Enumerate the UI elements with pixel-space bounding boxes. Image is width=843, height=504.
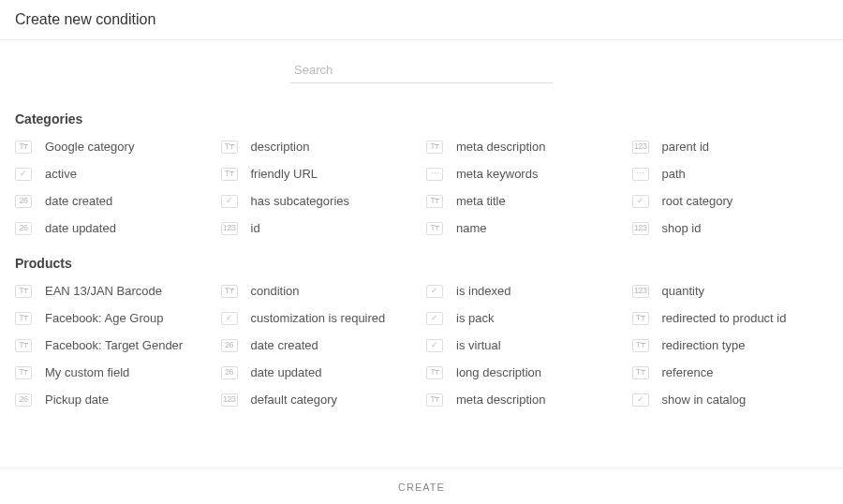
field-item[interactable]: ⋯path bbox=[632, 167, 829, 181]
create-button[interactable]: CREATE bbox=[398, 482, 445, 493]
field-column: Tᴛcondition✓customization is required26d… bbox=[221, 284, 418, 407]
bool-type-icon: ✓ bbox=[632, 393, 649, 407]
field-item[interactable]: ✓has subcategories bbox=[221, 194, 418, 208]
field-label: default category bbox=[251, 393, 338, 407]
text-type-icon: Tᴛ bbox=[632, 339, 649, 352]
field-item[interactable]: Tᴛfriendly URL bbox=[221, 167, 418, 181]
field-item[interactable]: 123parent id bbox=[632, 140, 829, 154]
field-item[interactable]: 26date updated bbox=[15, 221, 212, 235]
text-type-icon: Tᴛ bbox=[15, 285, 32, 298]
field-column: TᴛdescriptionTᴛfriendly URL✓has subcateg… bbox=[221, 140, 418, 235]
field-item[interactable]: ✓active bbox=[15, 167, 212, 181]
field-label: show in catalog bbox=[662, 393, 747, 407]
field-item[interactable]: ✓is pack bbox=[426, 311, 623, 325]
field-item[interactable]: Tᴛmeta description bbox=[426, 140, 623, 154]
field-item[interactable]: 26Pickup date bbox=[15, 393, 212, 407]
field-item[interactable]: 123shop id bbox=[632, 221, 829, 235]
field-label: Facebook: Age Group bbox=[45, 311, 163, 325]
field-label: meta description bbox=[456, 140, 545, 154]
field-label: reference bbox=[662, 365, 714, 379]
text-type-icon: Tᴛ bbox=[221, 141, 238, 154]
field-item[interactable]: ✓show in catalog bbox=[632, 393, 829, 407]
field-item[interactable]: Tᴛdescription bbox=[221, 140, 418, 154]
field-label: parent id bbox=[662, 140, 710, 154]
field-column: 123quantityTᴛredirected to product idTᴛr… bbox=[632, 284, 829, 407]
field-item[interactable]: Tᴛname bbox=[426, 221, 623, 235]
field-label: is virtual bbox=[456, 338, 501, 352]
text-type-icon: Tᴛ bbox=[426, 222, 443, 235]
number-type-icon: 123 bbox=[221, 393, 238, 407]
field-label: date updated bbox=[45, 221, 116, 235]
section-title: Products bbox=[15, 256, 828, 271]
field-label: friendly URL bbox=[251, 167, 318, 181]
field-label: quantity bbox=[662, 284, 705, 298]
field-item[interactable]: 123id bbox=[221, 221, 418, 235]
field-item[interactable]: Tᴛredirected to product id bbox=[632, 311, 829, 325]
bool-type-icon: ✓ bbox=[632, 195, 649, 208]
field-label: active bbox=[45, 167, 77, 181]
field-label: is pack bbox=[456, 311, 494, 325]
text-type-icon: Tᴛ bbox=[632, 366, 649, 379]
field-item[interactable]: Tᴛlong description bbox=[426, 365, 623, 379]
field-item[interactable]: TᴛGoogle category bbox=[15, 140, 212, 154]
field-label: date created bbox=[251, 338, 318, 352]
field-item[interactable]: 123default category bbox=[221, 393, 418, 407]
field-item[interactable]: 26date created bbox=[221, 338, 418, 352]
field-column: TᴛGoogle category✓active26date created26… bbox=[15, 140, 212, 235]
field-item[interactable]: Tᴛmeta description bbox=[426, 393, 623, 407]
field-item[interactable]: 123quantity bbox=[632, 284, 829, 298]
field-item[interactable]: TᴛEAN 13/JAN Barcode bbox=[15, 284, 212, 298]
field-item[interactable]: ✓root category bbox=[632, 194, 829, 208]
field-label: description bbox=[251, 140, 310, 154]
field-item[interactable]: Tᴛreference bbox=[632, 365, 829, 379]
field-label: date created bbox=[45, 194, 112, 208]
number-type-icon: 123 bbox=[632, 222, 649, 235]
text-type-icon: Tᴛ bbox=[426, 393, 443, 407]
date-type-icon: 26 bbox=[15, 222, 32, 235]
field-label: EAN 13/JAN Barcode bbox=[45, 284, 162, 298]
field-item[interactable]: ✓customization is required bbox=[221, 311, 418, 325]
field-label: meta description bbox=[456, 393, 545, 407]
field-item[interactable]: ✓is indexed bbox=[426, 284, 623, 298]
field-label: Facebook: Target Gender bbox=[45, 338, 183, 352]
text-type-icon: Tᴛ bbox=[15, 141, 32, 154]
field-item[interactable]: Tᴛredirection type bbox=[632, 338, 829, 352]
field-label: has subcategories bbox=[251, 194, 350, 208]
field-label: shop id bbox=[662, 221, 702, 235]
field-label: meta title bbox=[456, 194, 506, 208]
number-type-icon: 123 bbox=[221, 222, 238, 235]
text-type-icon: Tᴛ bbox=[221, 285, 238, 298]
text-type-icon: Tᴛ bbox=[632, 312, 649, 325]
field-label: My custom field bbox=[45, 365, 129, 379]
field-item[interactable]: TᴛFacebook: Age Group bbox=[15, 311, 212, 325]
field-label: id bbox=[251, 221, 260, 235]
text-type-icon: Tᴛ bbox=[426, 366, 443, 379]
field-label: redirected to product id bbox=[662, 311, 787, 325]
dialog-title: Create new condition bbox=[15, 11, 828, 28]
bool-type-icon: ✓ bbox=[426, 285, 443, 298]
text-type-icon: Tᴛ bbox=[15, 366, 32, 379]
field-item[interactable]: ✓is virtual bbox=[426, 338, 623, 352]
field-item[interactable]: ⋯meta keywords bbox=[426, 167, 623, 181]
search-input[interactable] bbox=[290, 57, 553, 83]
bool-type-icon: ✓ bbox=[15, 168, 32, 181]
dialog-footer: CREATE bbox=[0, 467, 843, 504]
field-item[interactable]: TᴛMy custom field bbox=[15, 365, 212, 379]
field-column: TᴛEAN 13/JAN BarcodeTᴛFacebook: Age Grou… bbox=[15, 284, 212, 407]
search-wrap bbox=[0, 40, 843, 91]
bool-type-icon: ✓ bbox=[221, 195, 238, 208]
field-label: is indexed bbox=[456, 284, 511, 298]
field-label: redirection type bbox=[662, 338, 746, 352]
list-type-icon: ⋯ bbox=[632, 168, 649, 181]
number-type-icon: 123 bbox=[632, 141, 649, 154]
field-label: customization is required bbox=[251, 311, 386, 325]
field-item[interactable]: 26date updated bbox=[221, 365, 418, 379]
field-label: name bbox=[456, 221, 487, 235]
field-label: path bbox=[662, 167, 686, 181]
field-label: root category bbox=[662, 194, 733, 208]
field-item[interactable]: 26date created bbox=[15, 194, 212, 208]
field-item[interactable]: TᴛFacebook: Target Gender bbox=[15, 338, 212, 352]
text-type-icon: Tᴛ bbox=[221, 168, 238, 181]
field-item[interactable]: Tᴛcondition bbox=[221, 284, 418, 298]
field-item[interactable]: Tᴛmeta title bbox=[426, 194, 623, 208]
